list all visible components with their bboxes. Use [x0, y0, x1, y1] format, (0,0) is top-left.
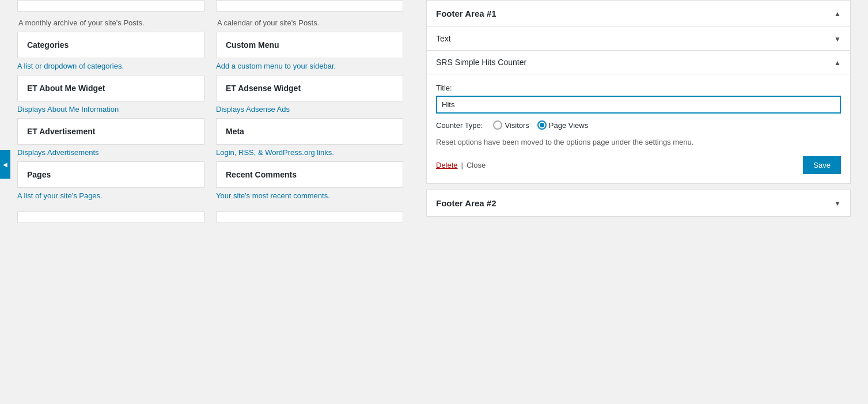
- widget-title-meta: Meta: [226, 127, 393, 136]
- footer-area-1-collapse-icon: [834, 9, 841, 18]
- text-widget-expand-icon: [834, 35, 841, 43]
- widget-grid: Categories A list or dropdown of categor…: [17, 32, 403, 205]
- srs-widget-collapse-icon: [834, 58, 841, 67]
- title-field-label: Title:: [436, 84, 841, 92]
- close-link[interactable]: Close: [467, 161, 486, 169]
- footer-area-1-header[interactable]: Footer Area #1: [427, 1, 850, 27]
- widget-desc-et-about-me: Displays About Me Information: [17, 105, 204, 114]
- delete-link[interactable]: Delete: [436, 161, 458, 169]
- widget-title-pages: Pages: [27, 170, 195, 179]
- stub-card-4: [216, 212, 403, 223]
- save-button[interactable]: Save: [803, 156, 841, 174]
- widget-desc-et-advertisement: Displays Advertisements: [17, 148, 204, 157]
- widget-card-categories[interactable]: Categories: [17, 32, 204, 58]
- footer-area-1: Footer Area #1 Text SRS Simple Hits Coun…: [426, 0, 851, 184]
- widget-card-et-about-me[interactable]: ET About Me Widget: [17, 75, 204, 101]
- radio-page-views-label: Page Views: [549, 121, 588, 130]
- widget-card-pages[interactable]: Pages: [17, 161, 204, 188]
- link-separator: |: [461, 161, 463, 169]
- widget-desc-et-adsense: Displays Adsense Ads: [216, 105, 403, 114]
- stub-card-1: [17, 0, 204, 12]
- widget-card-et-advertisement[interactable]: ET Advertisement: [17, 118, 204, 145]
- widget-desc-meta: Login, RSS, & WordPress.org links.: [216, 148, 403, 157]
- widget-title-recent-comments: Recent Comments: [226, 170, 393, 179]
- widget-card-meta[interactable]: Meta: [216, 118, 403, 145]
- radio-visitors-label: Visitors: [505, 121, 529, 130]
- widget-desc-custom-menu: Add a custom menu to your sidebar.: [216, 62, 403, 70]
- widget-list-panel: A monthly archive of your site's Posts. …: [0, 0, 415, 404]
- stub-card-2: [216, 0, 403, 12]
- footer-area-1-title: Footer Area #1: [436, 9, 496, 18]
- reset-note: Reset options have been moved to the opt…: [436, 137, 841, 148]
- footer-area-2-title: Footer Area #2: [436, 198, 496, 208]
- title-input[interactable]: [436, 96, 841, 114]
- counter-type-label: Counter Type:: [436, 121, 483, 130]
- widget-title-et-adsense: ET Adsense Widget: [226, 84, 393, 93]
- widget-links: Delete | Close: [436, 161, 486, 169]
- title-field-group: Title:: [436, 84, 841, 114]
- widget-title-et-advertisement: ET Advertisement: [27, 127, 195, 136]
- widget-desc-recent-comments: Your site's most recent comments.: [216, 191, 403, 200]
- widget-actions: Delete | Close Save: [436, 156, 841, 174]
- srs-widget-header[interactable]: SRS Simple Hits Counter: [427, 50, 850, 74]
- calendar-desc: A calendar of your site's Posts.: [216, 18, 403, 27]
- text-widget-title: Text: [436, 34, 451, 43]
- side-tab[interactable]: [0, 150, 10, 179]
- widget-desc-categories: A list or dropdown of categories.: [17, 62, 204, 70]
- footer-area-2-expand-icon: [834, 199, 841, 207]
- radio-visitors-circle: [493, 120, 502, 130]
- widget-card-et-adsense[interactable]: ET Adsense Widget: [216, 75, 403, 101]
- footer-area-2-header[interactable]: Footer Area #2: [427, 190, 850, 216]
- widget-title-categories: Categories: [27, 40, 195, 50]
- srs-widget-title: SRS Simple Hits Counter: [436, 58, 526, 67]
- widget-title-et-about-me: ET About Me Widget: [27, 84, 195, 93]
- footer-area-2: Footer Area #2: [426, 190, 851, 217]
- widget-card-custom-menu[interactable]: Custom Menu: [216, 32, 403, 58]
- widget-title-custom-menu: Custom Menu: [226, 40, 393, 50]
- radio-page-views[interactable]: Page Views: [537, 120, 588, 130]
- counter-type-row: Counter Type: Visitors Page Views: [436, 120, 841, 130]
- radio-page-views-circle: [537, 120, 547, 130]
- widget-card-recent-comments[interactable]: Recent Comments: [216, 161, 403, 188]
- widget-desc-pages: A list of your site's Pages.: [17, 191, 204, 200]
- radio-visitors[interactable]: Visitors: [493, 120, 529, 130]
- stub-card-3: [17, 212, 204, 223]
- srs-widget-body: Title: Counter Type: Visitors Page Views: [427, 74, 850, 183]
- right-panel: Footer Area #1 Text SRS Simple Hits Coun…: [415, 0, 868, 404]
- archive-desc: A monthly archive of your site's Posts.: [17, 18, 204, 27]
- text-widget-row[interactable]: Text: [427, 27, 850, 50]
